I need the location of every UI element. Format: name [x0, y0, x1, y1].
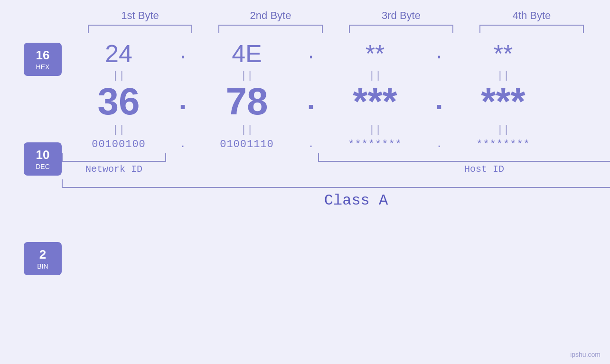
dec-dot-1: .: [171, 85, 195, 118]
badge-column: 16 HEX 10 DEC 2 BIN: [14, 43, 62, 275]
eq-row-2: || || || ||: [62, 122, 584, 137]
dec-val-1: 36: [66, 83, 171, 121]
eq-1-3: ||: [323, 70, 427, 82]
data-rows: 24 . 4E . ** . ** || || || || 36: [62, 38, 610, 209]
host-id-label: Host ID: [318, 164, 610, 175]
dec-val-2: 78: [195, 83, 299, 121]
byte-label-2: 2nd Byte: [218, 9, 323, 22]
content-area: 16 HEX 10 DEC 2 BIN 24 . 4E . ** . **: [0, 38, 610, 275]
empty-bracket: [190, 153, 294, 162]
hex-val-4: **: [451, 40, 555, 67]
bracket-1: [88, 25, 192, 33]
eq-2-1: ||: [66, 124, 171, 136]
hex-badge: 16 HEX: [24, 43, 62, 76]
eq-2-2: ||: [195, 124, 299, 136]
bin-val-3: ********: [323, 139, 427, 150]
dec-val-4: ***: [451, 83, 555, 121]
hex-dot-2: .: [299, 44, 323, 64]
eq-2-4: ||: [451, 124, 555, 136]
main-container: 1st Byte 2nd Byte 3rd Byte 4th Byte 16 H…: [0, 0, 610, 364]
dec-badge-num: 10: [36, 148, 50, 162]
hex-val-3: **: [323, 40, 427, 67]
class-label: Class A: [62, 192, 610, 209]
hex-dot-1: .: [171, 44, 195, 64]
hex-val-2: 4E: [195, 40, 299, 67]
hex-val-1: 24: [66, 40, 171, 67]
bin-val-2: 01001110: [195, 139, 299, 150]
bracket-3: [349, 25, 453, 33]
bottom-bracket-row: [62, 153, 610, 162]
bin-dot-1: .: [171, 139, 195, 150]
bin-badge-label: BIN: [37, 262, 48, 270]
dec-val-3: ***: [323, 83, 427, 121]
hex-row: 24 . 4E . ** . **: [62, 40, 584, 67]
byte-label-3: 3rd Byte: [349, 9, 453, 22]
bin-row: 00100100 . 01001110 . ******** . *******…: [62, 139, 584, 150]
eq-2-3: ||: [323, 124, 427, 136]
network-id-label: Network ID: [62, 164, 166, 175]
dec-dot-2: .: [299, 85, 323, 118]
host-bracket: [318, 153, 610, 162]
bin-badge: 2 BIN: [24, 242, 62, 275]
byte-labels-row: 1st Byte 2nd Byte 3rd Byte 4th Byte: [75, 9, 597, 22]
eq-1-4: ||: [451, 70, 555, 82]
dec-row: 36 . 78 . *** . ***: [62, 83, 584, 121]
class-bracket: [62, 179, 610, 188]
watermark: ipshu.com: [570, 351, 601, 358]
bracket-4: [479, 25, 584, 33]
hex-dot-3: .: [427, 44, 451, 64]
bin-dot-3: .: [427, 139, 451, 150]
bracket-2: [218, 25, 323, 33]
hex-badge-num: 16: [36, 48, 50, 63]
eq-1-1: ||: [66, 70, 171, 82]
byte-label-4: 4th Byte: [479, 9, 584, 22]
byte-label-1: 1st Byte: [88, 9, 192, 22]
dec-badge: 10 DEC: [24, 142, 62, 176]
bin-val-4: ********: [451, 139, 555, 150]
dec-badge-label: DEC: [36, 163, 50, 170]
bin-dot-2: .: [299, 139, 323, 150]
big-bracket-container: [62, 179, 610, 188]
bin-badge-num: 2: [39, 247, 46, 262]
network-bracket: [62, 153, 166, 162]
dec-dot-3: .: [427, 85, 451, 118]
id-labels-row: Network ID Host ID: [62, 164, 610, 175]
bin-val-1: 00100100: [66, 139, 171, 150]
top-brackets: [75, 25, 597, 33]
hex-badge-label: HEX: [36, 63, 50, 71]
eq-1-2: ||: [195, 70, 299, 82]
bracket-gap-1: [166, 153, 190, 162]
bracket-gap-2: [294, 153, 318, 162]
